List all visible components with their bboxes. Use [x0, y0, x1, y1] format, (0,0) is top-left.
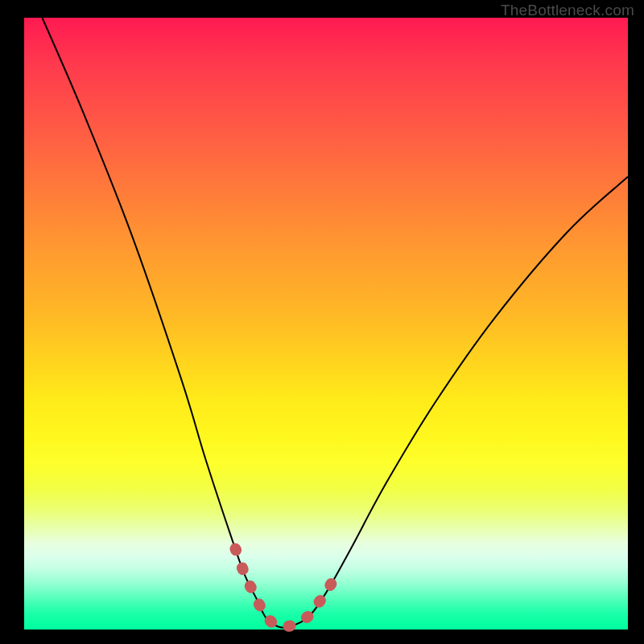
- bottleneck-curve-line: [43, 18, 629, 628]
- curve-svg: [24, 18, 628, 630]
- chart-frame: TheBottleneck.com: [0, 0, 644, 644]
- plot-area: [24, 18, 628, 630]
- watermark-text: TheBottleneck.com: [501, 2, 634, 19]
- optimal-range-markers: [236, 549, 339, 627]
